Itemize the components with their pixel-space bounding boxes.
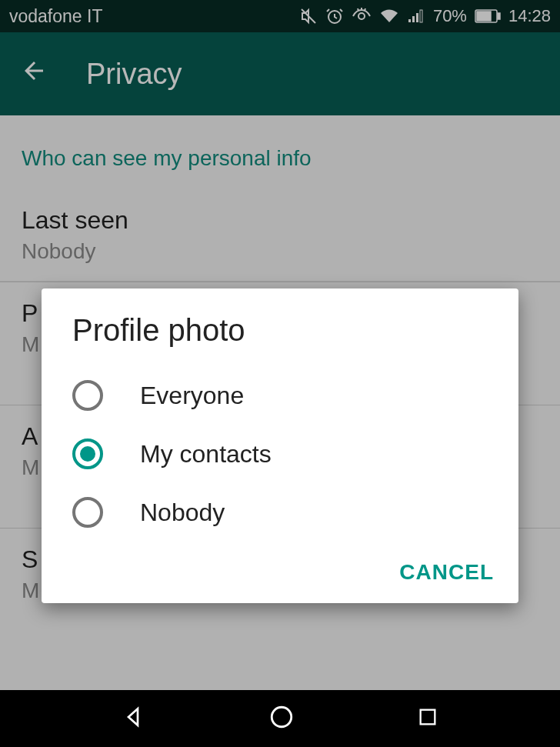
cancel-button[interactable]: CANCEL xyxy=(399,560,494,585)
option-label: My contacts xyxy=(140,440,272,469)
profile-photo-dialog: Profile photo Everyone My contacts Nobod… xyxy=(42,288,518,603)
nav-recent-icon[interactable] xyxy=(417,706,438,731)
signal-icon xyxy=(407,7,425,25)
option-label: Nobody xyxy=(140,499,225,527)
time-label: 14:28 xyxy=(508,6,551,26)
svg-rect-4 xyxy=(416,13,418,22)
section-header: Who can see my personal info xyxy=(0,115,560,189)
svg-rect-7 xyxy=(498,13,500,19)
option-my-contacts[interactable]: My contacts xyxy=(42,425,518,483)
navigation-bar xyxy=(0,690,560,747)
status-icons: 70% + 14:28 xyxy=(299,6,551,26)
nav-back-icon[interactable] xyxy=(122,705,147,732)
svg-point-1 xyxy=(358,13,365,19)
dialog-actions: CANCEL xyxy=(42,542,518,594)
radio-icon xyxy=(72,497,103,528)
dialog-title: Profile photo xyxy=(42,288,518,366)
radio-icon xyxy=(72,439,103,469)
option-nobody[interactable]: Nobody xyxy=(42,483,518,542)
svg-rect-5 xyxy=(420,10,422,22)
eye-icon xyxy=(352,7,372,25)
status-bar: vodafone IT 70% + 14:28 xyxy=(0,0,560,32)
option-everyone[interactable]: Everyone xyxy=(42,366,518,425)
nav-home-icon[interactable] xyxy=(268,704,295,733)
option-label: Everyone xyxy=(140,382,244,410)
svg-rect-3 xyxy=(412,16,415,22)
svg-rect-11 xyxy=(420,710,435,725)
carrier-label: vodafone IT xyxy=(9,6,102,27)
svg-point-10 xyxy=(272,707,292,727)
svg-rect-2 xyxy=(408,19,411,22)
setting-title: Last seen xyxy=(22,206,538,235)
setting-last-seen[interactable]: Last seen Nobody xyxy=(0,189,560,282)
svg-text:+: + xyxy=(481,11,486,22)
battery-icon: + xyxy=(475,9,501,23)
battery-percent: 70% xyxy=(433,6,467,26)
back-arrow-icon[interactable] xyxy=(20,57,48,92)
wifi-icon xyxy=(379,7,399,25)
page-title: Privacy xyxy=(86,58,182,91)
mute-icon xyxy=(299,7,318,25)
alarm-icon xyxy=(325,7,344,25)
radio-icon xyxy=(72,380,103,411)
setting-value: Nobody xyxy=(22,239,538,264)
toolbar: Privacy xyxy=(0,32,560,115)
